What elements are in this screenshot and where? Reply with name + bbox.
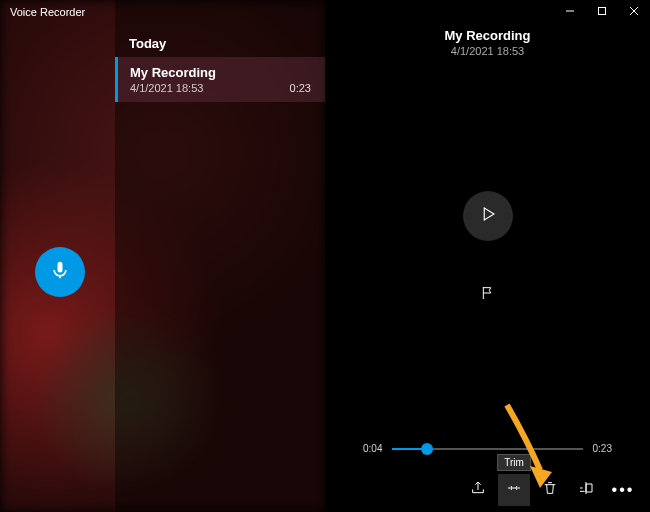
time-current: 0:04 <box>363 443 382 454</box>
detail-panel: My Recording 4/1/2021 18:53 0:04 <box>325 0 650 512</box>
window-controls <box>554 0 650 24</box>
close-button[interactable] <box>618 0 650 24</box>
left-panel: Today My Recording 4/1/2021 18:53 0:23 <box>0 0 325 512</box>
timeline-scrubber[interactable] <box>421 443 433 455</box>
svg-rect-1 <box>599 8 606 15</box>
recording-list-item[interactable]: My Recording 4/1/2021 18:53 0:23 <box>115 57 325 102</box>
add-marker-button[interactable] <box>474 281 502 309</box>
rename-button[interactable] <box>570 474 602 506</box>
recording-duration: 0:23 <box>290 82 311 94</box>
svg-marker-4 <box>484 208 494 220</box>
recordings-list: Today My Recording 4/1/2021 18:53 0:23 <box>115 0 325 512</box>
mic-icon <box>50 258 70 286</box>
recording-datetime: 4/1/2021 18:53 <box>130 82 216 94</box>
delete-button[interactable] <box>534 474 566 506</box>
trim-tooltip: Trim <box>497 454 531 471</box>
timeline-track[interactable] <box>392 448 582 450</box>
close-icon <box>629 5 639 19</box>
trim-button[interactable]: Trim <box>498 474 530 506</box>
more-button[interactable]: ••• <box>606 474 638 506</box>
list-header-today: Today <box>115 30 325 57</box>
maximize-button[interactable] <box>586 0 618 24</box>
delete-icon <box>542 480 558 500</box>
record-column <box>0 0 115 512</box>
detail-title: My Recording <box>325 28 650 43</box>
rename-icon <box>578 480 594 500</box>
detail-header: My Recording 4/1/2021 18:53 <box>325 28 650 57</box>
maximize-icon <box>597 5 607 19</box>
minimize-icon <box>565 5 575 19</box>
trim-icon <box>506 480 522 500</box>
share-button[interactable] <box>462 474 494 506</box>
bottom-toolbar: Trim ••• <box>325 468 650 512</box>
record-button[interactable] <box>35 247 85 297</box>
recording-title: My Recording <box>130 65 216 80</box>
detail-datetime: 4/1/2021 18:53 <box>325 45 650 57</box>
app-window: Voice Recorder Today My Recording 4/1/20… <box>0 0 650 512</box>
play-icon <box>479 205 497 227</box>
timeline: 0:04 0:23 <box>325 443 650 454</box>
app-title: Voice Recorder <box>10 6 85 18</box>
flag-icon <box>480 285 496 305</box>
minimize-button[interactable] <box>554 0 586 24</box>
more-icon: ••• <box>610 481 635 499</box>
time-total: 0:23 <box>593 443 612 454</box>
play-button[interactable] <box>463 191 513 241</box>
share-icon <box>470 480 486 500</box>
